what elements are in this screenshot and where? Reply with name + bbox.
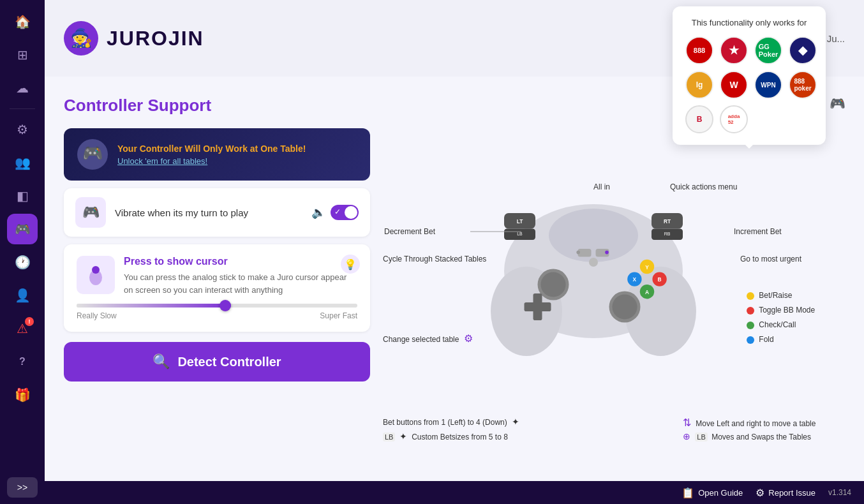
logo-icon: 🧙 [64, 21, 99, 56]
sidebar-expand-btn[interactable]: >> [7, 477, 38, 498]
label-change-table: Change selected table ⚙ [383, 332, 473, 345]
svg-point-19 [540, 272, 565, 297]
tooltip-logos: 888 ★ GGPoker ◆ Ig W WPN 888poker B adda… [685, 36, 813, 133]
report-icon: ⚙ [756, 487, 764, 499]
slider-track [77, 304, 357, 308]
sidebar-item-settings[interactable]: ⚙ [7, 114, 38, 145]
svg-text:LT: LT [517, 218, 523, 225]
open-guide-label: Open Guide [698, 488, 743, 498]
logo-888b: 888poker [789, 71, 817, 99]
logo-pokerstars: ★ [720, 36, 748, 64]
svg-text:LB: LB [517, 232, 523, 236]
svg-point-36 [576, 251, 580, 255]
svg-text:X: X [633, 276, 637, 283]
open-guide-button[interactable]: 📋 Open Guide [682, 487, 743, 499]
toggle-knob [345, 206, 357, 219]
bottom-bar: 📋 Open Guide ⚙ Report Issue v1.314 [45, 481, 864, 504]
label-custom-betsizes: LB ✦ Custom Betsizes from 5 to 8 [383, 431, 508, 441]
label-move-lr: ⇅ Move Left and right to move a table [683, 417, 816, 429]
svg-text:🎮: 🎮 [82, 143, 103, 163]
sidebar-item-help[interactable]: ? [7, 346, 38, 377]
sidebar-item-cloud[interactable]: ☁ [7, 73, 38, 103]
logo-888: 888 [685, 36, 713, 64]
label-bet-raise: Bet/Raise [747, 291, 792, 300]
logo-adda52: adda52 [720, 105, 748, 133]
svg-point-9 [549, 209, 638, 262]
svg-rect-23 [533, 293, 542, 320]
sidebar-item-alerts[interactable]: ⚠ [7, 313, 38, 344]
sidebar-item-controller[interactable]: 🎮 [7, 214, 38, 244]
logo-partypoker: ◆ [789, 36, 817, 64]
logo-ggpoker: GGPoker [754, 36, 782, 64]
label-all-in: All in [593, 182, 610, 191]
sidebar-item-profile[interactable]: 👤 [7, 280, 38, 311]
logo-area: 🧙 JUROJIN [64, 21, 204, 56]
sidebar-item-clock[interactable]: 🕐 [7, 247, 38, 278]
logo-bodog: B [685, 105, 713, 133]
svg-point-34 [589, 258, 598, 267]
label-go-urgent: Go to most urgent [740, 255, 801, 263]
slider-thumb[interactable] [220, 300, 231, 311]
slider-labels: Really Slow Super Fast [77, 311, 357, 320]
controller-area: LT LB RT RB [383, 128, 845, 468]
slider-max-label: Super Fast [320, 311, 357, 320]
sidebar-item-home[interactable]: 🏠 [7, 6, 38, 37]
label-decrement-bet: Decrement Bet [384, 227, 435, 236]
svg-text:RT: RT [664, 218, 671, 225]
report-issue-label: Report Issue [768, 488, 816, 498]
warning-title: Your Controller Will Only Work at One Ta… [117, 144, 306, 154]
slider-fill [77, 304, 231, 308]
tooltip-popup: This functionality only works for 888 ★ … [673, 6, 826, 145]
warning-icon: 🎮 [77, 138, 108, 170]
label-bet-buttons: Bet buttons from 1 (Left) to 4 (Down) ✦ [383, 417, 519, 427]
vibrate-icon: 🎮 [75, 197, 106, 228]
cursor-card-header: Press to show cursor You can press the a… [77, 256, 357, 296]
logo-ignition: Ig [685, 71, 713, 99]
cursor-description: You can press the analog stick to make a… [124, 271, 357, 296]
label-fold: Fold [747, 335, 774, 344]
logo-text: JUROJIN [107, 27, 204, 50]
label-quick-actions: Quick actions menu [670, 182, 737, 191]
cursor-info: Press to show cursor You can press the a… [124, 256, 357, 296]
vibrate-label: Vibrate when its my turn to play [115, 207, 302, 218]
sidebar: 🏠 ⊞ ☁ ⚙ 👥 ◧ 🎮 🕐 👤 ⚠ ? 🎁 >> [0, 0, 45, 504]
sidebar-item-chest[interactable]: 🎁 [7, 380, 38, 410]
warning-banner: 🎮 Your Controller Will Only Work at One … [64, 128, 370, 181]
detect-controller-button[interactable]: 🔍 Detect Controller [64, 342, 370, 382]
cursor-title: Press to show cursor [124, 256, 357, 267]
content-body: 🎮 Your Controller Will Only Work at One … [64, 128, 845, 468]
sidebar-item-layers[interactable]: ◧ [7, 181, 38, 211]
svg-text:A: A [645, 289, 649, 295]
vibrate-toggle[interactable]: ✓ [331, 205, 359, 220]
cursor-card: 💡 Press to show cursor You can press the… [64, 244, 370, 332]
label-moves-swaps: ⊕ LB Moves and Swaps the Tables [683, 431, 811, 441]
volume-icon: 🔈 [311, 205, 325, 219]
warning-content: Your Controller Will Only Work at One Ta… [117, 144, 306, 166]
sidebar-item-users[interactable]: 👥 [7, 147, 38, 178]
vibrate-controls: 🔈 ✓ [311, 205, 359, 220]
svg-text:RB: RB [664, 232, 671, 236]
svg-point-21 [612, 294, 637, 319]
vibrate-row: 🎮 Vibrate when its my turn to play 🔈 ✓ [64, 188, 370, 237]
gamepad-view-button[interactable]: 🎮 [823, 89, 851, 117]
bulb-icon: 💡 [341, 255, 360, 274]
version-label: v1.314 [828, 488, 851, 497]
sidebar-item-tables[interactable]: ⊞ [7, 40, 38, 70]
gamepad-icon: 🎮 [830, 96, 845, 111]
search-icon: 🔍 [153, 353, 170, 370]
logo-w: W [720, 71, 748, 99]
label-increment-bet: Increment Bet [734, 227, 782, 236]
report-issue-button[interactable]: ⚙ Report Issue [756, 487, 816, 499]
label-check-call: Check/Call [747, 320, 796, 329]
slider-min-label: Really Slow [77, 311, 117, 320]
logo-wpn: WPN [754, 71, 782, 99]
warning-unlock-link[interactable]: Unlock 'em for all tables! [117, 156, 306, 166]
cursor-icon-box [77, 256, 115, 294]
svg-point-5 [92, 266, 100, 274]
left-panel: 🎮 Your Controller Will Only Work at One … [64, 128, 370, 468]
detect-btn-label: Detect Controller [177, 355, 281, 369]
tooltip-title: This functionality only works for [685, 18, 813, 27]
label-cycle-tables: Cycle Through Stacked Tables [383, 255, 486, 263]
guide-icon: 📋 [682, 487, 694, 499]
user-name: Ju... [827, 33, 845, 44]
